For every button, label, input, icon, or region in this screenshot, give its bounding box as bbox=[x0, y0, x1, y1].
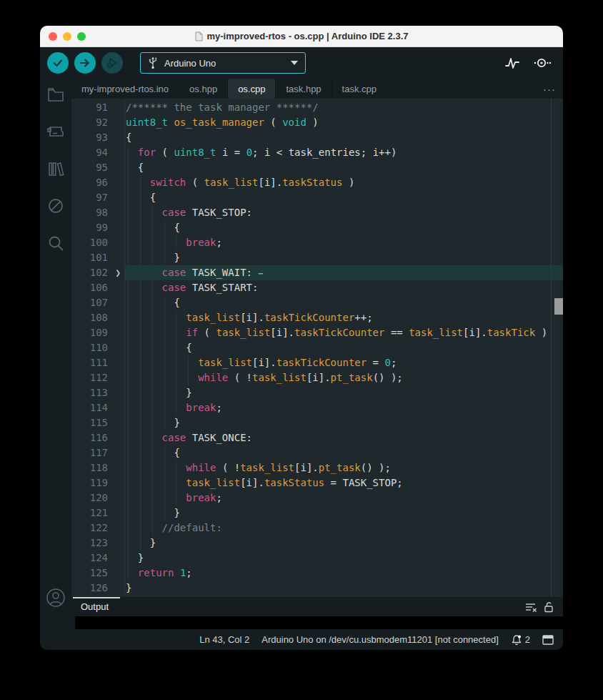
tab-my-improved-rtos.ino[interactable]: my-improved-rtos.ino bbox=[71, 79, 179, 99]
line-number-102: 102❯ bbox=[71, 265, 125, 280]
sidebar-item-library-manager[interactable] bbox=[46, 159, 66, 179]
code-line-115[interactable]: 115 } bbox=[71, 415, 563, 430]
code-line-94[interactable]: 94 for ( uint8_t i = 0; i < task_entries… bbox=[71, 145, 563, 160]
debug-play-gear-icon bbox=[106, 56, 119, 69]
selected-board-label: Arduino Uno bbox=[164, 58, 291, 69]
code-line-125[interactable]: 125 return 1; bbox=[71, 566, 563, 581]
upload-button[interactable] bbox=[74, 52, 96, 74]
line-number-92: 92 bbox=[71, 115, 125, 130]
status-bar: Ln 43, Col 2 Arduino Uno on /dev/cu.usbm… bbox=[40, 629, 563, 650]
line-number-106: 106 bbox=[71, 280, 125, 295]
line-number-110: 110 bbox=[71, 340, 125, 355]
code-line-92[interactable]: 92uint8_t os_task_manager ( void ) bbox=[71, 115, 563, 130]
search-icon bbox=[47, 235, 64, 252]
code-line-99[interactable]: 99 { bbox=[71, 220, 563, 235]
tab-overflow-ellipsis[interactable]: ··· bbox=[543, 79, 556, 99]
traffic-lights bbox=[49, 32, 86, 41]
code-line-111[interactable]: 111 task_list[i].taskTickCounter = 0; bbox=[71, 355, 563, 370]
code-line-98[interactable]: 98 case TASK_STOP: bbox=[71, 205, 563, 220]
slashed-circle-icon bbox=[47, 197, 64, 215]
titlebar: my-improved-rtos - os.cpp | Arduino IDE … bbox=[40, 26, 563, 47]
cursor-position-status[interactable]: Ln 43, Col 2 bbox=[199, 634, 249, 645]
fold-chevron-icon[interactable]: ❯ bbox=[115, 265, 121, 280]
code-line-124[interactable]: 124 } bbox=[71, 551, 563, 566]
code-line-102[interactable]: 102❯ case TASK_WAIT: ⋯ bbox=[71, 265, 563, 280]
line-number-119: 119 bbox=[71, 475, 125, 491]
code-line-106[interactable]: 106 case TASK_START: bbox=[71, 280, 563, 295]
code-line-109[interactable]: 109 if ( task_list[i].taskTickCounter ==… bbox=[71, 325, 563, 340]
code-line-126[interactable]: 126} bbox=[71, 581, 563, 596]
output-console[interactable] bbox=[75, 616, 563, 629]
code-line-117[interactable]: 117 { bbox=[71, 445, 563, 460]
code-line-110[interactable]: 110 { bbox=[71, 340, 563, 355]
code-line-93[interactable]: 93{ bbox=[71, 130, 563, 145]
code-line-107[interactable]: 107 { bbox=[71, 295, 563, 310]
line-number-108: 108 bbox=[71, 310, 125, 325]
zoom-window-button[interactable] bbox=[77, 32, 86, 41]
scrollbar-track-line bbox=[551, 99, 552, 597]
code-line-101[interactable]: 101 } bbox=[71, 250, 563, 265]
line-number-121: 121 bbox=[71, 506, 125, 521]
sidebar-item-sketchbook[interactable] bbox=[46, 84, 66, 104]
toggle-panel-icon[interactable] bbox=[542, 635, 554, 645]
sidebar-item-debug[interactable] bbox=[46, 196, 66, 216]
tab-os.cpp[interactable]: os.cpp bbox=[228, 79, 276, 99]
output-panel-title: Output bbox=[81, 601, 525, 612]
line-number-91: 91 bbox=[71, 100, 125, 115]
code-line-113[interactable]: 113 } bbox=[71, 385, 563, 400]
code-line-119[interactable]: 119 task_list[i].taskStatus = TASK_STOP; bbox=[71, 475, 563, 491]
scrollbar-thumb[interactable] bbox=[554, 298, 563, 315]
board-connection-status[interactable]: Arduino Uno on /dev/cu.usbmodem11201 [no… bbox=[261, 634, 498, 645]
line-number-93: 93 bbox=[71, 130, 125, 145]
serial-monitor-icon[interactable] bbox=[533, 56, 552, 70]
close-window-button[interactable] bbox=[49, 32, 57, 41]
tab-os.hpp[interactable]: os.hpp bbox=[179, 79, 228, 99]
code-line-118[interactable]: 118 while ( !task_list[i].pt_task() ); bbox=[71, 460, 563, 475]
line-number-99: 99 bbox=[71, 220, 125, 235]
sidebar-item-account[interactable] bbox=[46, 588, 66, 608]
line-number-125: 125 bbox=[71, 566, 125, 581]
code-line-112[interactable]: 112 while ( !task_list[i].pt_task() ); bbox=[71, 370, 563, 385]
panel-resize-handle[interactable] bbox=[73, 597, 120, 598]
line-number-96: 96 bbox=[71, 175, 125, 190]
code-line-97[interactable]: 97 { bbox=[71, 190, 563, 205]
folder-icon bbox=[47, 87, 64, 102]
code-line-116[interactable]: 116 case TASK_ONCE: bbox=[71, 430, 563, 445]
chevron-down-icon bbox=[291, 61, 298, 65]
line-number-112: 112 bbox=[71, 370, 125, 385]
debug-button[interactable] bbox=[101, 52, 123, 74]
tab-task.cpp[interactable]: task.cpp bbox=[332, 79, 387, 99]
serial-plotter-icon[interactable] bbox=[504, 56, 520, 70]
code-line-91[interactable]: 91/****** the task manager ******/ bbox=[71, 100, 563, 115]
line-number-120: 120 bbox=[71, 491, 125, 506]
line-number-116: 116 bbox=[71, 430, 125, 445]
code-line-123[interactable]: 123 } bbox=[71, 536, 563, 551]
code-line-108[interactable]: 108 task_list[i].taskTickCounter++; bbox=[71, 310, 563, 325]
line-number-113: 113 bbox=[71, 385, 125, 400]
clear-output-icon[interactable] bbox=[525, 601, 537, 613]
bell-icon bbox=[511, 634, 522, 646]
code-editor[interactable]: 91/****** the task manager ******/92uint… bbox=[71, 99, 563, 597]
code-line-114[interactable]: 114 break; bbox=[71, 400, 563, 415]
code-line-96[interactable]: 96 switch ( task_list[i].taskStatus ) bbox=[71, 175, 563, 190]
line-number-111: 111 bbox=[71, 355, 125, 370]
sidebar-item-boards-manager[interactable] bbox=[46, 122, 66, 142]
code-line-100[interactable]: 100 break; bbox=[71, 235, 563, 250]
output-panel-header: Output bbox=[71, 597, 563, 616]
line-number-118: 118 bbox=[71, 460, 125, 475]
line-number-107: 107 bbox=[71, 295, 125, 310]
code-line-122[interactable]: 122 //default: bbox=[71, 521, 563, 536]
code-line-95[interactable]: 95 { bbox=[71, 160, 563, 175]
unlock-scroll-icon[interactable] bbox=[544, 601, 554, 613]
code-line-120[interactable]: 120 break; bbox=[71, 491, 563, 506]
tab-task.hpp[interactable]: task.hpp bbox=[276, 79, 332, 99]
books-icon bbox=[47, 160, 64, 177]
minimize-window-button[interactable] bbox=[63, 32, 71, 41]
verify-button[interactable] bbox=[47, 52, 69, 74]
notifications-button[interactable]: 2 bbox=[511, 634, 530, 646]
line-number-123: 123 bbox=[71, 536, 125, 551]
code-line-121[interactable]: 121 } bbox=[71, 506, 563, 521]
sidebar-item-search[interactable] bbox=[46, 233, 66, 253]
line-number-124: 124 bbox=[71, 551, 125, 566]
board-selector-dropdown[interactable]: Arduino Uno bbox=[140, 52, 306, 74]
